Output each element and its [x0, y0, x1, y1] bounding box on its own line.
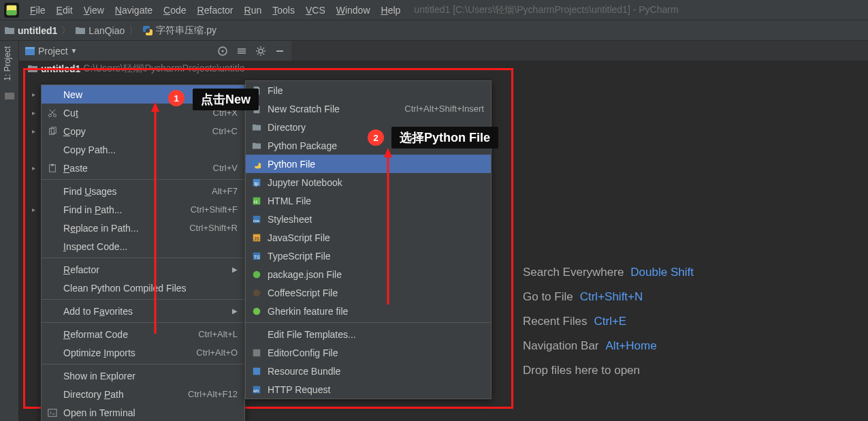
menu-item-label: Python File [268, 159, 484, 170]
blank-icon [47, 371, 58, 381]
window-title: untitled1 [C:\Users\轻烟\PycharmProjects\u… [414, 4, 678, 16]
ctx-new-item-javascript-file[interactable]: JSJavaScript File [246, 228, 491, 247]
ctx-main-item-find-in-path-[interactable]: ▸Find in Path...Ctrl+Shift+F [42, 200, 244, 219]
ctx-new-item-gherkin-feature-file[interactable]: Gherkin feature file [246, 302, 491, 320]
minimize-icon[interactable] [274, 45, 286, 57]
ctx-new-item-typescript-file[interactable]: TSTypeScript File [246, 247, 491, 265]
pycharm-logo-icon [4, 3, 19, 18]
menu-file[interactable]: File [25, 3, 51, 18]
editor-tabs [291, 41, 868, 61]
ctx-new-item-html-file[interactable]: HHTML File [246, 191, 491, 210]
breadcrumb-folder[interactable]: LanQiao [75, 25, 125, 36]
ctx-main-item-show-in-explorer[interactable]: Show in Explorer [42, 367, 244, 385]
welcome-hint: Go to FileCtrl+Shift+N [523, 290, 694, 304]
menu-item-label: EditorConfig File [268, 347, 484, 358]
project-tool-header: Project ▼ [19, 41, 291, 61]
menu-run[interactable]: Run [239, 3, 268, 18]
svg-text:JS: JS [254, 236, 260, 240]
ctx-main-item-copy-path-[interactable]: Copy Path... [42, 140, 244, 159]
blank-icon [47, 283, 58, 294]
svg-point-11 [49, 114, 52, 116]
ctx-main-item-add-to-favorites[interactable]: Add to Favorites▶ [42, 302, 244, 320]
ctx-new-item-new-scratch-file[interactable]: New Scratch FileCtrl+Alt+Shift+Insert [246, 99, 491, 118]
menu-help[interactable]: Help [376, 3, 406, 18]
welcome-hint: Drop files here to open [523, 364, 694, 377]
ctx-main-item-clean-python-compiled-files[interactable]: Clean Python Compiled Files [42, 279, 244, 297]
ctx-new-item-stylesheet[interactable]: cssStylesheet [246, 210, 491, 228]
menu-item-label: Resource Bundle [268, 366, 484, 377]
submenu-arrow-icon: ▶ [232, 266, 238, 273]
svg-marker-38 [384, 148, 392, 157]
project-tool-tab[interactable]: 1: Project [0, 41, 15, 87]
menu-edit[interactable]: Edit [51, 3, 78, 18]
welcome-label: Drop files here to open [523, 364, 640, 377]
folder-icon [251, 122, 262, 133]
breadcrumb-file[interactable]: 字符串压缩.py [142, 25, 216, 37]
blank-icon [47, 186, 58, 197]
ctx-main-item-open-in-terminal[interactable]: Open in Terminal [42, 403, 244, 421]
ctx-new-separator [246, 322, 491, 323]
ctx-main-separator [42, 364, 244, 364]
annotation-step-1: 1 [168, 90, 184, 106]
svg-point-8 [222, 50, 224, 52]
ctx-main-item-replace-in-path-[interactable]: Replace in Path...Ctrl+Shift+R [42, 219, 244, 237]
annotation-arrow-2 [381, 148, 395, 305]
ctx-new-item-jupyter-notebook[interactable]: ipJupyter Notebook [246, 173, 491, 191]
menu-refactor[interactable]: Refactor [192, 3, 239, 18]
menu-item-label: HTTP Request [268, 384, 484, 395]
collapse-all-icon[interactable] [236, 45, 248, 57]
settings-icon[interactable] [255, 45, 267, 57]
ctx-main-item-find-usages[interactable]: Find UsagesAlt+F7 [42, 182, 244, 200]
menu-item-shortcut: Ctrl+Shift+F [191, 204, 238, 215]
welcome-hint: Search EverywhereDouble Shift [523, 266, 694, 279]
menu-item-shortcut: Ctrl+Alt+F12 [188, 389, 238, 399]
menu-item-label: Open in Terminal [63, 407, 238, 418]
ctx-new-item-resource-bundle[interactable]: Resource Bundle [246, 362, 491, 380]
ctx-main-item-refactor[interactable]: Refactor▶ [42, 260, 244, 279]
ctx-main-item-reformat-code[interactable]: Reformat CodeCtrl+Alt+L [42, 325, 244, 343]
ctx-new-item-http-request[interactable]: APIHTTP Request [246, 380, 491, 399]
ctx-new-item-python-file[interactable]: Python File [246, 155, 491, 173]
cs-icon [251, 287, 262, 298]
menu-vcs[interactable]: VCS [300, 3, 331, 18]
menu-item-label: Reformat Code [63, 329, 193, 340]
annotation-arrow-1 [148, 102, 162, 334]
ctx-new-item-edit-file-templates-[interactable]: Edit File Templates... [246, 325, 491, 343]
ctx-new-item-editorconfig-file[interactable]: EditorConfig File [246, 343, 491, 362]
dropdown-arrow-icon[interactable]: ▼ [71, 47, 78, 54]
menu-item-shortcut: Ctrl+V [213, 163, 238, 173]
ctx-new-item-package-json-file[interactable]: package.json File [246, 265, 491, 283]
svg-point-30 [253, 307, 261, 315]
menu-window[interactable]: Window [331, 3, 376, 18]
menu-item-label: Show in Explorer [63, 371, 238, 381]
structure-tool-icon[interactable] [4, 91, 15, 102]
blank-icon [47, 306, 58, 317]
menu-code[interactable]: Code [158, 3, 191, 18]
menu-navigate[interactable]: Navigate [110, 3, 158, 18]
svg-rect-31 [253, 349, 261, 356]
breadcrumb-root[interactable]: untitled1 [4, 25, 57, 36]
ctx-main-item-directory-path[interactable]: Directory PathCtrl+Alt+F12 [42, 385, 244, 403]
welcome-shortcut: Alt+Home [606, 339, 657, 353]
ctx-main-item-paste[interactable]: ▸PasteCtrl+V [42, 159, 244, 177]
gh-icon [251, 306, 262, 317]
ctx-main-separator [42, 179, 244, 180]
blank-icon [47, 204, 58, 215]
project-view-icon [25, 46, 35, 57]
blank-icon [47, 223, 58, 234]
ctx-main-item-optimize-imports[interactable]: Optimize ImportsCtrl+Alt+O [42, 343, 244, 362]
menu-tools[interactable]: Tools [267, 3, 300, 18]
svg-point-28 [253, 270, 261, 278]
blank-icon [47, 389, 58, 400]
ctx-main-item-copy[interactable]: ▸CopyCtrl+C [42, 122, 244, 140]
menu-item-label: Cut [63, 108, 208, 119]
ctx-main-item-inspect-code-[interactable]: Inspect Code... [42, 237, 244, 255]
context-menu-main: ▸New▶▸CutCtrl+X▸CopyCtrl+CCopy Path...▸P… [41, 84, 245, 421]
submenu-arrow-icon: ▶ [232, 307, 238, 315]
ctx-new-item-coffeescript-file[interactable]: CoffeeScript File [246, 283, 491, 302]
locate-icon[interactable] [216, 45, 229, 57]
ctx-new-item-file[interactable]: File [246, 81, 491, 99]
menu-view[interactable]: View [78, 3, 110, 18]
svg-marker-36 [151, 102, 159, 112]
jn-icon: ip [251, 177, 262, 188]
